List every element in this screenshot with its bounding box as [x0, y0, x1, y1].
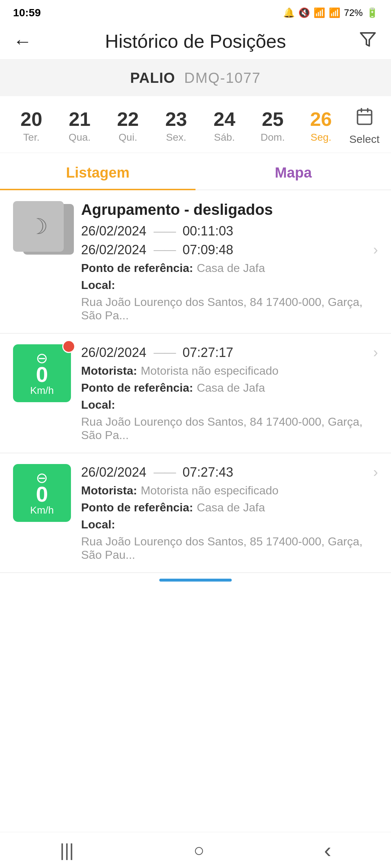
- speed-dash-1: ——: [154, 346, 175, 359]
- motorista-row-1: Motorista: Motorista não especificado: [81, 364, 378, 378]
- group-title: Agrupamento - desligados: [81, 201, 378, 218]
- referencia-label-2: Ponto de referência:: [81, 501, 193, 514]
- tab-listagem[interactable]: Listagem: [0, 153, 196, 190]
- referencia-row-1: Ponto de referência: Casa de Jafa: [81, 381, 378, 395]
- date-day-1: Qua.: [69, 132, 91, 143]
- date-day-0: Ter.: [23, 132, 39, 143]
- filter-button[interactable]: [359, 31, 377, 52]
- speed-num-1: 0: [36, 364, 48, 386]
- date-num-0: 20: [21, 109, 42, 129]
- motorista-label-1: Motorista:: [81, 364, 137, 378]
- date-day-4: Sáb.: [214, 132, 235, 143]
- signal-icon: 📶: [329, 7, 340, 18]
- date1: 26/02/2024: [81, 224, 146, 239]
- battery-label: 72%: [344, 7, 363, 18]
- tabs: Listagem Mapa: [0, 153, 391, 190]
- nav-home-button[interactable]: |||: [60, 840, 74, 861]
- vehicle-header: PALIO DMQ-1077: [0, 60, 391, 96]
- select-date-button[interactable]: Select: [349, 107, 379, 145]
- referencia-value-1: Casa de Jafa: [197, 381, 265, 395]
- speed-time-1: 07:27:17: [182, 345, 233, 360]
- local-value: Rua João Lourenço dos Santos, 84 17400-0…: [81, 295, 378, 322]
- date2: 26/02/2024: [81, 242, 146, 258]
- speed-badge-1: ⊖ 0 Km/h: [13, 344, 71, 402]
- speed-date-row-1: 26/02/2024 —— 07:27:17 ›: [81, 344, 378, 361]
- status-time: 10:59: [13, 7, 41, 19]
- top-bar: ← Histórico de Posições: [0, 23, 391, 60]
- speed-date-1: 26/02/2024: [81, 345, 146, 360]
- date-item-26[interactable]: 26Seg.: [301, 109, 341, 143]
- nav-back-button[interactable]: ‹: [324, 838, 331, 863]
- date-row-2: 26/02/2024 —— 07:09:48 ›: [81, 242, 378, 258]
- motorista-value-2: Motorista não especificado: [141, 484, 279, 497]
- date-num-6: 26: [310, 109, 332, 129]
- date-num-4: 24: [214, 109, 235, 129]
- motorista-row-2: Motorista: Motorista não especificado: [81, 484, 378, 497]
- grouped-list-item: ☽ Agrupamento - desligados 26/02/2024 ——…: [0, 190, 391, 333]
- date-item-25[interactable]: 25Dom.: [253, 109, 293, 143]
- chevron-icon[interactable]: ›: [367, 242, 378, 258]
- date-num-2: 22: [117, 109, 139, 129]
- tab-mapa[interactable]: Mapa: [196, 153, 391, 190]
- svg-marker-0: [361, 33, 375, 46]
- referencia-row: Ponto de referência: Casa de Jafa: [81, 261, 378, 275]
- item-list: ☽ Agrupamento - desligados 26/02/2024 ——…: [0, 190, 391, 625]
- date-item-23[interactable]: 23Sex.: [156, 109, 196, 143]
- moon-icon: ☽: [29, 214, 48, 239]
- motorista-value-1: Motorista não especificado: [141, 364, 279, 378]
- date-day-6: Seg.: [311, 132, 332, 143]
- page-title: Histórico de Posições: [105, 30, 286, 52]
- date-row-1: 26/02/2024 —— 00:11:03: [81, 224, 378, 239]
- date-num-5: 25: [262, 109, 283, 129]
- date-num-1: 21: [69, 109, 91, 129]
- date-num-3: 23: [165, 109, 187, 129]
- speed-time-2: 07:27:43: [182, 465, 233, 480]
- date-item-20[interactable]: 20Ter.: [12, 109, 51, 143]
- nav-circle-button[interactable]: ○: [193, 840, 204, 861]
- local-row: Local: Rua João Lourenço dos Santos, 84 …: [81, 278, 378, 322]
- svg-rect-1: [357, 110, 371, 124]
- speed-badge-2: ⊖ 0 Km/h: [13, 464, 71, 522]
- local-label-2: Local:: [81, 518, 115, 531]
- speed-list-item-1: ⊖ 0 Km/h 26/02/2024 —— 07:27:17 › Motori…: [0, 333, 391, 453]
- dash2: ——: [154, 243, 175, 256]
- notification-dot: [62, 340, 75, 353]
- speed-unit-1: Km/h: [30, 386, 54, 396]
- speed-date-2: 26/02/2024: [81, 465, 146, 480]
- bottom-nav: ||| ○ ‹: [0, 832, 391, 868]
- wifi-icon: 📶: [314, 7, 325, 18]
- speed-date-row-2: 26/02/2024 —— 07:27:43 ›: [81, 464, 378, 480]
- local-label: Local:: [81, 278, 115, 292]
- date-item-21[interactable]: 21Qua.: [60, 109, 100, 143]
- time2: 07:09:48: [182, 242, 233, 258]
- speed-num-2: 0: [36, 484, 48, 505]
- date-day-2: Qui.: [119, 132, 137, 143]
- referencia-row-2: Ponto de referência: Casa de Jafa: [81, 501, 378, 514]
- local-label-1: Local:: [81, 398, 115, 412]
- local-row-2: Local: Rua João Lourenço dos Santos, 85 …: [81, 518, 378, 562]
- back-button[interactable]: ←: [13, 30, 32, 52]
- status-icons: 🔔 🔇 📶 📶 72% 🔋: [283, 7, 378, 18]
- speed-content-2: 26/02/2024 —— 07:27:43 › Motorista: Moto…: [81, 464, 378, 562]
- date-day-5: Dom.: [261, 132, 285, 143]
- grouped-content: Agrupamento - desligados 26/02/2024 —— 0…: [81, 201, 378, 322]
- date-item-24[interactable]: 24Sáb.: [205, 109, 244, 143]
- alarm-icon: 🔔: [283, 7, 295, 18]
- scroll-indicator: [159, 579, 232, 582]
- referencia-label-1: Ponto de referência:: [81, 381, 193, 395]
- select-label: Select: [349, 133, 379, 145]
- battery-icon: 🔋: [366, 7, 378, 18]
- dash1: ——: [154, 225, 175, 238]
- speed-dash-2: ——: [154, 465, 175, 479]
- speed-list-item-2: ⊖ 0 Km/h 26/02/2024 —— 07:27:43 › Motori…: [0, 453, 391, 573]
- date-day-3: Sex.: [166, 132, 186, 143]
- chevron-icon-2[interactable]: ›: [367, 464, 378, 480]
- referencia-value-2: Casa de Jafa: [197, 501, 265, 514]
- speed-unit-2: Km/h: [30, 505, 54, 515]
- local-value-2: Rua João Lourenço dos Santos, 85 17400-0…: [81, 535, 378, 562]
- calendar-icon: [355, 107, 374, 130]
- speed-content-1: 26/02/2024 —— 07:27:17 › Motorista: Moto…: [81, 344, 378, 442]
- chevron-icon-1[interactable]: ›: [367, 344, 378, 361]
- mute-icon: 🔇: [298, 7, 310, 18]
- date-item-22[interactable]: 22Qui.: [108, 109, 148, 143]
